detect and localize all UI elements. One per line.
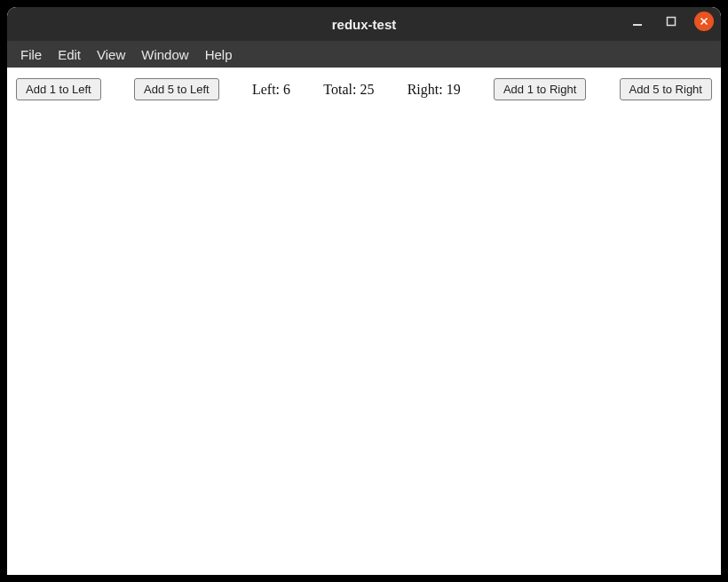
maximize-icon <box>666 16 677 27</box>
minimize-button[interactable] <box>627 11 648 32</box>
content-area: Add 1 to Left Add 5 to Left Left: 6 Tota… <box>7 68 721 575</box>
menu-file[interactable]: File <box>12 44 50 66</box>
app-window: redux-test File Edit View W <box>7 7 721 575</box>
svg-rect-0 <box>633 24 642 26</box>
window-controls <box>627 11 714 32</box>
menu-help[interactable]: Help <box>197 44 241 66</box>
menu-window[interactable]: Window <box>133 44 196 66</box>
add-5-right-button[interactable]: Add 5 to Right <box>620 78 712 100</box>
counter-row: Add 1 to Left Add 5 to Left Left: 6 Tota… <box>16 78 712 100</box>
menu-edit[interactable]: Edit <box>50 44 89 66</box>
left-counter: Left: 6 <box>252 82 290 98</box>
minimize-icon <box>632 16 643 27</box>
total-counter: Total: 25 <box>323 82 374 98</box>
svg-rect-1 <box>668 18 676 26</box>
right-counter: Right: 19 <box>408 82 461 98</box>
maximize-button[interactable] <box>661 11 682 32</box>
add-1-right-button[interactable]: Add 1 to Right <box>494 78 586 100</box>
menu-view[interactable]: View <box>89 44 133 66</box>
close-icon <box>700 17 708 26</box>
add-1-left-button[interactable]: Add 1 to Left <box>16 78 101 100</box>
window-title: redux-test <box>7 17 721 32</box>
menubar: File Edit View Window Help <box>7 41 721 68</box>
titlebar: redux-test <box>7 7 721 41</box>
add-5-left-button[interactable]: Add 5 to Left <box>134 78 219 100</box>
close-button[interactable] <box>694 12 714 31</box>
